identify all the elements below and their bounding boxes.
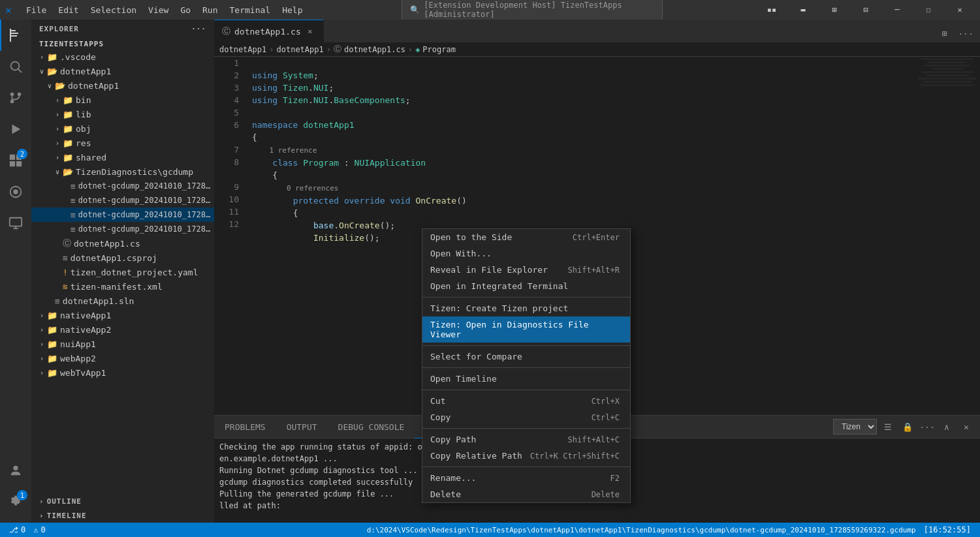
extensions-activity-icon[interactable]: 2: [0, 145, 31, 176]
tree-item-dotnetapp1-sln[interactable]: ≡ dotnetApp1.sln: [31, 294, 214, 308]
explorer-activity-icon[interactable]: [0, 20, 31, 51]
status-bar: ⎇ 0 ⚠ 0 d:\2024\VSCode\Redesign\TizenTes…: [0, 523, 980, 537]
tree-item-dotnetapp1-sub[interactable]: ∨ 📂 dotnetApp1: [31, 78, 214, 93]
panel-tab-debug-console[interactable]: DEBUG CONSOLE: [328, 416, 415, 438]
menu-edit[interactable]: Edit: [53, 4, 84, 16]
tree-item-bin[interactable]: › 📁 bin: [31, 93, 214, 107]
cs-file-icon: Ⓒ: [63, 238, 71, 249]
tree-item-tizen-manifest[interactable]: ≋ tizen-manifest.xml: [31, 279, 214, 294]
menu-view[interactable]: View: [143, 4, 174, 16]
menu-run[interactable]: Run: [197, 4, 223, 16]
menu-help[interactable]: Help: [277, 4, 308, 16]
tree-label: dotnet-gcdump_20241010_1728554676916.gcd…: [78, 196, 214, 205]
tree-item-gcdump4[interactable]: ≡ dotnet-gcdump_20241010_1728559...: [31, 222, 214, 236]
tab-dotnetapp1-cs[interactable]: Ⓒ dotnetApp1.cs ✕: [214, 20, 324, 42]
search-box[interactable]: 🔍 [Extension Development Host] TizenTest…: [402, 0, 663, 21]
close-btn[interactable]: ✕: [945, 0, 975, 20]
tree-item-webapp2[interactable]: › 📁 webApp2: [31, 351, 214, 365]
ctx-select-compare[interactable]: Select for Compare: [422, 348, 630, 365]
tree-item-nativeapp1[interactable]: › 📁 nativeApp1: [31, 308, 214, 322]
ctx-create-tizen[interactable]: Tizen: Create Tizen project: [422, 300, 630, 316]
tree-item-nuiapp1[interactable]: › 📁 nuiApp1: [31, 337, 214, 351]
outline-section[interactable]: › OUTLINE: [31, 494, 214, 508]
tab-cs-icon: Ⓒ: [222, 25, 230, 37]
explorer-more-btn[interactable]: ···: [191, 25, 206, 33]
timeline-section[interactable]: › TIMELINE: [31, 508, 214, 523]
ctx-delete[interactable]: Delete Delete: [422, 486, 630, 502]
tree-item-lib[interactable]: › 📁 lib: [31, 107, 214, 121]
tree-item-dotnetapp1-root[interactable]: ∨ 📂 dotnetApp1: [31, 64, 214, 78]
chevron-right-icon: ›: [37, 54, 47, 61]
panel-list-btn[interactable]: ☰: [879, 418, 896, 435]
ctx-copy-path[interactable]: Copy Path Shift+Alt+C: [422, 431, 630, 448]
split-editor-btn[interactable]: ⊞: [936, 24, 954, 42]
tree-item-dotnetapp1-cs[interactable]: Ⓒ dotnetApp1.cs: [31, 236, 214, 251]
folder-icon: 📂: [63, 167, 73, 177]
ctx-open-diagnostics[interactable]: Tizen: Open in Diagnostics File Viewer: [422, 316, 630, 343]
svg-rect-2: [10, 35, 17, 37]
layout-4-btn[interactable]: ⊟: [851, 0, 881, 20]
tree-item-vscode[interactable]: › 📁 .vscode: [31, 50, 214, 64]
status-branch[interactable]: ⎇ 0: [5, 523, 29, 537]
tree-item-gcdump3[interactable]: ≡ dotnet-gcdump_20241010_172855910...dmp: [31, 207, 214, 222]
folder-icon: 📁: [47, 368, 57, 378]
panel-maximize-btn[interactable]: ∧: [938, 418, 955, 435]
folder-icon: 📁: [63, 138, 73, 148]
layout-2-btn[interactable]: ▬: [788, 0, 818, 20]
run-debug-activity-icon[interactable]: [0, 114, 31, 145]
tree-item-dotnetapp1-csproj[interactable]: ≋ dotnetApp1.csproj: [31, 251, 214, 265]
chevron-right-icon: ›: [52, 97, 63, 104]
panel-close-btn[interactable]: ✕: [958, 418, 975, 435]
remote-explorer-activity-icon[interactable]: [0, 207, 31, 239]
tizen-activity-icon[interactable]: [0, 176, 31, 207]
tree-item-shared[interactable]: › 📁 shared: [31, 150, 214, 164]
menu-file[interactable]: File: [21, 4, 52, 16]
ctx-open-terminal[interactable]: Open in Integrated Terminal: [422, 278, 630, 294]
tab-close-btn[interactable]: ✕: [305, 26, 315, 37]
tizentestapps-root[interactable]: TIZENTESTAPPS: [31, 38, 214, 50]
tree-item-gcdump2[interactable]: ≡ dotnet-gcdump_20241010_1728554676916.g…: [31, 193, 214, 207]
settings-activity-icon[interactable]: 1: [0, 486, 31, 517]
search-icon: 🔍: [410, 5, 420, 14]
tree-item-obj[interactable]: › 📁 obj: [31, 121, 214, 136]
panel-more-btn[interactable]: ···: [919, 418, 936, 435]
minimap: [915, 57, 980, 415]
panel-tab-output[interactable]: OUTPUT: [276, 416, 328, 438]
more-actions-btn[interactable]: ···: [956, 24, 975, 42]
ctx-open-side[interactable]: Open to the Side Ctrl+Enter: [422, 229, 630, 245]
layout-3-btn[interactable]: ⊞: [819, 0, 849, 20]
ctx-open-with[interactable]: Open With...: [422, 245, 630, 262]
ctx-rename[interactable]: Rename... F2: [422, 470, 630, 486]
menu-go[interactable]: Go: [175, 4, 196, 16]
panel-tab-problems[interactable]: PROBLEMS: [214, 416, 276, 438]
menu-terminal[interactable]: Terminal: [225, 4, 276, 16]
tree-item-gcdump1[interactable]: ≡ dotnet-gcdump_20241010_1728554518533.g…: [31, 179, 214, 193]
source-control-activity-icon[interactable]: [0, 82, 31, 114]
tree-item-webtvapp1[interactable]: › 📁 webTvApp1: [31, 365, 214, 380]
ctx-open-timeline[interactable]: Open Timeline: [422, 371, 630, 387]
ctx-cut[interactable]: Cut Ctrl+X: [422, 393, 630, 409]
breadcrumb-part-4[interactable]: Program: [422, 45, 456, 54]
terminal-selector[interactable]: Tizen: [833, 419, 877, 435]
svg-point-4: [11, 62, 20, 70]
maximize-btn[interactable]: ☐: [913, 0, 943, 20]
ctx-copy-relative-path[interactable]: Copy Relative Path Ctrl+K Ctrl+Shift+C: [422, 448, 630, 464]
breadcrumb-part-1[interactable]: dotnetApp1: [219, 45, 266, 54]
tree-item-res[interactable]: › 📁 res: [31, 136, 214, 150]
search-activity-icon[interactable]: [0, 51, 31, 82]
status-errors[interactable]: ⚠ 0: [29, 523, 49, 537]
menu-selection[interactable]: Selection: [86, 4, 142, 16]
account-activity-icon[interactable]: [0, 455, 31, 486]
ctx-reveal-explorer[interactable]: Reveal in File Explorer Shift+Alt+R: [422, 262, 630, 278]
breadcrumb-part-2[interactable]: dotnetApp1: [276, 45, 323, 54]
breadcrumb-part-3[interactable]: dotnetApp1.cs: [344, 45, 405, 54]
status-branch-name: 0: [21, 525, 25, 534]
tree-item-tizendiagnostics[interactable]: ∨ 📂 TizenDiagnostics\gcdump: [31, 164, 214, 179]
ctx-copy[interactable]: Copy Ctrl+C: [422, 409, 630, 425]
tree-item-tizen-yaml[interactable]: ! tizen_dotnet_project.yaml: [31, 265, 214, 279]
panel-lock-btn[interactable]: 🔒: [899, 418, 916, 435]
layout-1-btn[interactable]: ▪▪: [757, 0, 787, 20]
minimize-btn[interactable]: ─: [882, 0, 912, 20]
tree-label: TizenDiagnostics\gcdump: [76, 167, 214, 177]
tree-item-nativeapp2[interactable]: › 📁 nativeApp2: [31, 322, 214, 337]
